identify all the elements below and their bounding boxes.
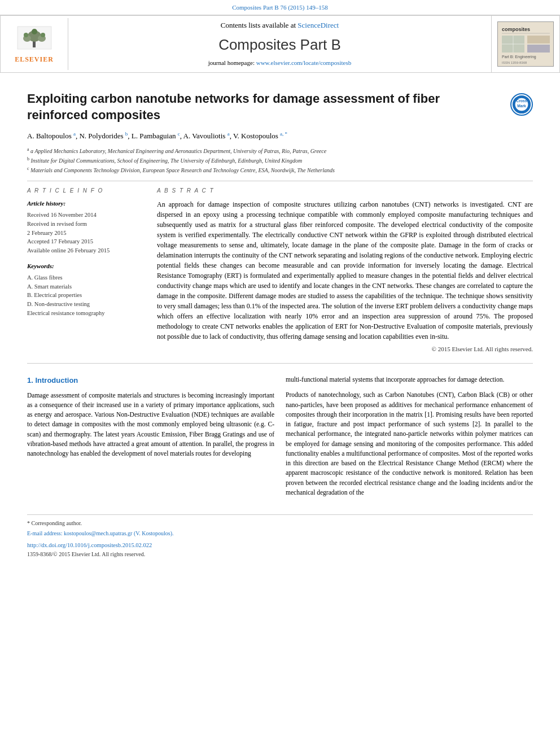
header-divider (27, 181, 533, 181)
affil-c-text: Materials and Components Technology Divi… (30, 168, 335, 174)
intro-para2-text: Products of nanotechnology, such as Carb… (286, 391, 533, 496)
keywords-section: Keywords: A. Glass fibres A. Smart mater… (27, 262, 146, 318)
intro-paragraph-2: Products of nanotechnology, such as Carb… (286, 390, 533, 497)
author-vavouliotis-sup: a (228, 131, 230, 137)
svg-text:Part B: Engineering: Part B: Engineering (502, 55, 536, 59)
email-address[interactable]: kostopoulos@mech.upatras.gr (64, 530, 132, 536)
author-pambaguian-sup: c (178, 131, 180, 137)
abstract-header: A B S T R A C T (157, 187, 533, 195)
footer-section: * Corresponding author. E-mail address: … (27, 514, 533, 559)
author-baltopoulos: A. Baltopoulos (27, 132, 72, 140)
info-abstract-columns: A R T I C L E I N F O Article history: R… (27, 187, 533, 354)
revised-label: Received in revised form (27, 220, 146, 229)
author-baltopoulos-sup: a (73, 131, 76, 137)
revised-date: 2 February 2015 (27, 229, 146, 238)
journal-title-section: Contents lists available at ScienceDirec… (68, 16, 492, 72)
journal-homepage: journal homepage: www.elsevier.com/locat… (73, 59, 487, 68)
main-content: Exploiting carbon nanotube networks for … (0, 73, 560, 569)
doi-link[interactable]: http://dx.doi.org/10.1016/j.compositesb.… (27, 541, 533, 549)
keyword-3: B. Electrical properties (27, 291, 146, 300)
article-title-section: Exploiting carbon nanotube networks for … (27, 91, 533, 123)
author-vavouliotis: A. Vavouliotis (183, 132, 226, 140)
journal-header: ELSEVIER Contents lists available at Sci… (0, 15, 560, 73)
available-date: Available online 26 February 2015 (27, 246, 146, 255)
section-number: 1. (27, 376, 33, 385)
svg-rect-13 (527, 45, 550, 53)
svg-text:Mark: Mark (517, 104, 526, 108)
author-kostopoulos: V. Kostopoulos (233, 132, 278, 140)
homepage-label: journal homepage: (208, 59, 255, 66)
keyword-2: A. Smart materials (27, 282, 146, 291)
homepage-link[interactable]: www.elsevier.com/locate/compositesb (256, 59, 352, 66)
body-columns: 1. Introduction Damage assessment of com… (27, 375, 533, 503)
science-direct-text: Contents lists available at ScienceDirec… (73, 20, 487, 31)
abstract-text: An approach for damage inspection of com… (157, 199, 533, 342)
affil-b-text: Institute for Digital Communications, Sc… (31, 158, 303, 164)
intro-para1-text: Damage assessment of composite materials… (27, 392, 274, 457)
crossmark-badge[interactable]: Cross Mark (510, 93, 533, 116)
science-direct-link[interactable]: ScienceDirect (298, 21, 339, 29)
accepted-date: Accepted 17 February 2015 (27, 237, 146, 246)
author-polydorides-sup: b (125, 131, 128, 137)
article-info-header: A R T I C L E I N F O (27, 187, 146, 195)
history-label: Article history: (27, 199, 146, 208)
elsevier-logo: ELSEVIER (15, 24, 54, 64)
keyword-4: D. Non-destructive testing (27, 300, 146, 309)
section-title-text: Introduction (35, 376, 78, 385)
composites-logo: composites Part B: Engineering ISSN 1359… (497, 21, 554, 67)
affiliation-c: c Materials and Components Technology Di… (27, 165, 533, 174)
svg-point-5 (24, 33, 28, 37)
contents-label: Contents lists available at (221, 21, 296, 29)
abstract-column: A B S T R A C T An approach for damage i… (157, 187, 533, 354)
elsevier-logo-section: ELSEVIER (1, 18, 68, 70)
authors-line: A. Baltopoulos a, N. Polydorides b, L. P… (27, 130, 533, 142)
journal-name: Composites Part B (73, 34, 487, 56)
author-polydorides: N. Polydorides (79, 132, 123, 140)
received-date: Received 16 November 2014 (27, 211, 146, 220)
issn-text: 1359-8368/© 2015 Elsevier Ltd. All right… (27, 551, 533, 559)
affil-a-text: a Applied Mechanics Laboratory, Mechanic… (30, 148, 326, 154)
svg-text:Cross: Cross (517, 99, 527, 103)
affiliations-section: a a Applied Mechanics Laboratory, Mechan… (27, 146, 533, 175)
email-label: E-mail address: (27, 530, 62, 536)
affiliation-a: a a Applied Mechanics Laboratory, Mechan… (27, 146, 533, 155)
article-info-column: A R T I C L E I N F O Article history: R… (27, 187, 146, 354)
corresponding-author-note: * Corresponding author. (27, 519, 533, 528)
corresponding-label: * Corresponding author. (27, 520, 82, 526)
keywords-label: Keywords: (27, 262, 146, 271)
introduction-title: 1. Introduction (27, 375, 274, 386)
copyright-text: © 2015 Elsevier Ltd. All rights reserved… (157, 345, 533, 354)
composites-logo-section: composites Part B: Engineering ISSN 1359… (492, 17, 559, 71)
email-line: E-mail address: kostopoulos@mech.upatras… (27, 530, 533, 538)
body-left-column: 1. Introduction Damage assessment of com… (27, 375, 274, 503)
intro-paragraph-cont: multi-functional material systems that i… (286, 375, 533, 385)
elsevier-logo-svg (15, 24, 54, 55)
journal-reference-bar: Composites Part B 76 (2015) 149–158 (0, 0, 560, 15)
svg-point-7 (32, 29, 37, 34)
keyword-1: A. Glass fibres (27, 273, 146, 282)
body-right-column: multi-functional material systems that i… (286, 375, 533, 503)
affiliation-b: b Institute for Digital Communications, … (27, 156, 533, 165)
author-pambaguian: L. Pambaguian (132, 132, 176, 140)
svg-text:composites: composites (502, 27, 530, 32)
svg-text:ISSN 1359-8368: ISSN 1359-8368 (502, 61, 527, 64)
author-kostopoulos-sup: a, * (280, 131, 287, 137)
crossmark-icon: Cross Mark (511, 94, 532, 115)
composites-logo-svg: composites Part B: Engineering ISSN 1359… (499, 23, 553, 65)
article-title: Exploiting carbon nanotube networks for … (27, 91, 502, 123)
svg-point-6 (41, 33, 45, 37)
intro-paragraph-1: Damage assessment of composite materials… (27, 391, 274, 459)
email-suffix: (V. Kostopoulos). (134, 530, 174, 536)
body-divider (27, 363, 533, 364)
keyword-5: Electrical resistance tomography (27, 309, 146, 318)
elsevier-brand-text: ELSEVIER (15, 55, 54, 64)
para-cont-text: multi-functional material systems that i… (286, 376, 504, 383)
journal-ref-text: Composites Part B 76 (2015) 149–158 (232, 4, 328, 11)
svg-rect-12 (527, 36, 550, 43)
